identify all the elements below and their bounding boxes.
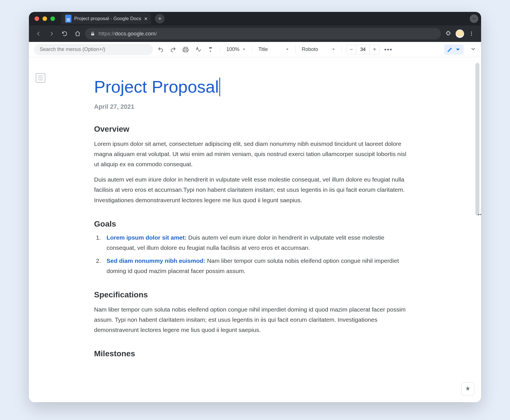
- font-size-decrease[interactable]: −: [347, 45, 356, 54]
- svg-point-1: [471, 32, 472, 33]
- minimize-window-button[interactable]: [42, 16, 47, 21]
- paragraph[interactable]: Nam liber tempor cum soluta nobis eleife…: [94, 304, 409, 335]
- tab-strip: Project proposal - Google Docs ✕ +: [29, 12, 481, 25]
- font-size-input[interactable]: [356, 45, 370, 54]
- zoom-select[interactable]: 100%: [225, 45, 247, 54]
- spellcheck-button[interactable]: [193, 45, 203, 54]
- style-value: Title: [258, 46, 268, 52]
- editing-mode-button[interactable]: [444, 44, 464, 55]
- heading-milestones[interactable]: Milestones: [94, 349, 409, 358]
- more-tools-button[interactable]: •••: [382, 46, 394, 53]
- print-button[interactable]: [181, 45, 190, 54]
- list-item[interactable]: Sed diam nonummy nibh euismod: Nam liber…: [103, 256, 409, 276]
- close-window-button[interactable]: [35, 16, 39, 21]
- maximize-window-button[interactable]: [50, 16, 55, 21]
- docs-toolbar: 100% Title Roboto − + •••: [29, 42, 481, 57]
- heading-goals[interactable]: Goals: [94, 219, 409, 229]
- browser-window: Project proposal - Google Docs ✕ + https…: [29, 12, 481, 402]
- svg-rect-0: [91, 33, 94, 35]
- paragraph[interactable]: Lorem ipsum dolor sit amet, consectetuer…: [94, 139, 409, 169]
- browser-tab[interactable]: Project proposal - Google Docs ✕: [61, 13, 151, 24]
- font-select[interactable]: Roboto: [300, 45, 337, 54]
- back-button[interactable]: [33, 28, 44, 39]
- new-tab-button[interactable]: +: [155, 14, 165, 24]
- url-bar[interactable]: https://docs.google.com/: [85, 28, 441, 39]
- extensions-button[interactable]: [443, 28, 454, 39]
- caret-down-icon: [242, 46, 246, 52]
- font-size-stepper: − +: [346, 45, 380, 54]
- document-page[interactable]: Project Proposal April 27, 2021 Overview…: [94, 78, 409, 358]
- browser-menu-button[interactable]: [466, 28, 477, 39]
- forward-button[interactable]: [46, 28, 57, 39]
- heading-specifications[interactable]: Specifications: [94, 290, 409, 299]
- home-button[interactable]: [72, 28, 83, 39]
- address-bar: https://docs.google.com/: [29, 25, 481, 42]
- menu-search[interactable]: [34, 44, 153, 55]
- paint-format-button[interactable]: [206, 45, 215, 54]
- doc-title[interactable]: Project Proposal: [94, 78, 220, 96]
- redo-button[interactable]: [168, 45, 178, 54]
- svg-point-2: [471, 33, 472, 34]
- reload-button[interactable]: [59, 28, 70, 39]
- outline-toggle-button[interactable]: [36, 73, 45, 83]
- pencil-icon: [447, 47, 453, 52]
- collapse-toolbar-button[interactable]: [470, 46, 476, 53]
- font-size-increase[interactable]: +: [370, 45, 379, 54]
- close-tab-button[interactable]: ✕: [144, 16, 148, 22]
- zoom-value: 100%: [226, 46, 239, 52]
- explore-button[interactable]: [461, 382, 474, 395]
- paragraph[interactable]: Duis autem vel eum iriure dolor in hendr…: [94, 174, 409, 205]
- profile-avatar[interactable]: [456, 29, 464, 38]
- doc-date[interactable]: April 27, 2021: [94, 103, 409, 110]
- heading-overview[interactable]: Overview: [94, 125, 409, 134]
- caret-down-icon: [455, 47, 461, 52]
- tab-title: Project proposal - Google Docs: [74, 16, 141, 22]
- document-canvas[interactable]: Project Proposal April 27, 2021 Overview…: [29, 57, 481, 402]
- menu-search-input[interactable]: [39, 46, 148, 53]
- caret-down-icon: [286, 46, 289, 52]
- lock-icon: [90, 31, 95, 36]
- style-select[interactable]: Title: [257, 45, 291, 54]
- undo-button[interactable]: [156, 45, 165, 54]
- url-text: https://docs.google.com/: [99, 31, 157, 37]
- svg-point-3: [471, 35, 472, 36]
- caret-down-icon: [332, 46, 335, 52]
- scrollbar-thumb[interactable]: [475, 63, 479, 216]
- window-controls: [35, 16, 55, 21]
- tab-list-button[interactable]: [470, 14, 478, 23]
- font-value: Roboto: [302, 46, 318, 52]
- docs-favicon-icon: [65, 15, 71, 23]
- list-item[interactable]: Lorem ipsum dolor sit amet: Duis autem v…: [103, 233, 409, 253]
- goals-list[interactable]: Lorem ipsum dolor sit amet: Duis autem v…: [94, 233, 409, 276]
